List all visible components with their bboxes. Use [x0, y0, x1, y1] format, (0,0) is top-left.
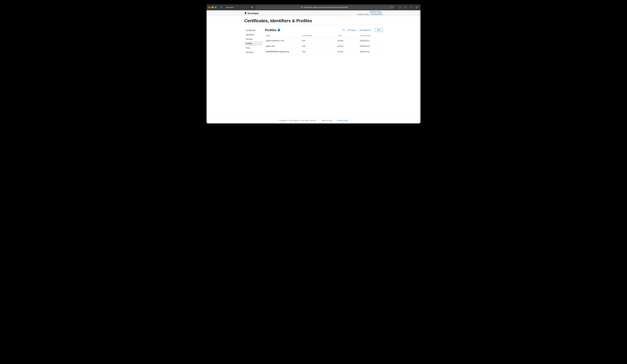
address-bar[interactable]: developer.apple.com/account/resources/pr… — [255, 5, 394, 9]
footer: Copyright © 2023 Apple Inc. All rights r… — [207, 117, 420, 123]
col-header-platform[interactable]: PLATFORM — [302, 34, 337, 38]
filter-platforms[interactable]: All Platforms⌄ — [359, 29, 372, 31]
account-switcher[interactable]: Andrew Hoog⌄ Andrew Hoog - XW66E6M5N4 — [357, 11, 383, 16]
account-name-link[interactable]: Andrew Hoog — [370, 11, 381, 13]
chevron-down-icon: ⌄ — [371, 29, 372, 31]
col-header-name[interactable]: NAME⌄ — [265, 34, 302, 38]
tab-overview-icon[interactable] — [415, 6, 418, 9]
sidebar-toggle-icon[interactable] — [219, 6, 223, 9]
address-area: developer.apple.com/account/resources/pr… — [250, 5, 394, 9]
page: Developer Andrew Hoog⌄ Andrew Hoog - XW6… — [207, 10, 420, 123]
close-window-button[interactable] — [209, 6, 210, 8]
forward-button[interactable] — [243, 6, 247, 9]
toolbar-right — [398, 6, 418, 9]
vertical-scrollbar[interactable] — [419, 10, 420, 123]
apple-logo-icon — [244, 12, 247, 15]
sidebar: CertificatesIdentifiersDevicesProfilesKe… — [244, 28, 263, 54]
svg-rect-0 — [220, 6, 222, 8]
privacy-shield-icon[interactable] — [250, 6, 254, 9]
chevron-down-icon: ⌄ — [381, 11, 383, 13]
svg-line-10 — [344, 30, 345, 31]
copyright-text: Copyright © 2023 Apple Inc. All rights r… — [279, 119, 317, 121]
sidebar-item-identifiers[interactable]: Identifiers — [244, 33, 263, 37]
minimize-window-button[interactable] — [211, 6, 213, 8]
add-profile-button[interactable]: + — [278, 29, 280, 31]
col-header-expiration[interactable]: EXPIRATION — [359, 34, 383, 38]
filter-types[interactable]: All Types⌄ — [347, 29, 357, 31]
brand-label: Developer — [248, 12, 259, 15]
table-row[interactable]: XW66E6M5N4-wildcard-ppiOSAd hoc2024/01/1… — [265, 49, 383, 54]
table-row[interactable]: Joplin Extension vAHiOSAd hoc2024/01/12 — [265, 38, 383, 44]
sidebar-item-devices[interactable]: Devices — [244, 37, 263, 41]
chevron-down-icon: ⌄ — [234, 6, 236, 9]
tab-title-label: new post — [226, 6, 233, 8]
content: Certificates, Identifiers & Profiles Cer… — [244, 16, 383, 117]
back-button[interactable] — [239, 6, 243, 9]
reload-button[interactable] — [390, 6, 392, 9]
new-tab-icon[interactable] — [410, 6, 413, 9]
svg-rect-8 — [416, 7, 418, 8]
table-row[interactable]: Joplin vAHiOSAd hoc2024/01/12 — [265, 44, 383, 49]
team-id-label: Andrew Hoog - XW66E6M5N4 — [357, 13, 383, 16]
edit-button[interactable]: Edit — [375, 28, 383, 32]
browser-titlebar: new post ⌄ developer.apple.com/account/r… — [207, 4, 420, 10]
svg-point-9 — [343, 29, 344, 30]
subheader: Profiles + All Types⌄ All Platforms⌄ — [265, 28, 383, 32]
global-header: Developer Andrew Hoog⌄ Andrew Hoog - XW6… — [207, 10, 420, 16]
sidebar-item-keys[interactable]: Keys — [244, 46, 263, 50]
terms-link[interactable]: Terms of Use — [321, 119, 332, 121]
sidebar-item-certificates[interactable]: Certificates — [244, 28, 263, 33]
sidebar-item-profiles[interactable]: Profiles — [244, 41, 263, 46]
chevron-down-icon: ⌄ — [271, 35, 272, 37]
page-title: Certificates, Identifiers & Profiles — [244, 18, 383, 25]
section-title: Profiles — [265, 28, 276, 32]
sidebar-item-services[interactable]: Services — [244, 50, 263, 54]
chevron-down-icon: ⌄ — [356, 29, 357, 31]
nav-arrows — [239, 6, 247, 9]
share-icon[interactable] — [404, 6, 407, 9]
active-tab[interactable]: new post ⌄ — [225, 6, 237, 9]
profiles-table: NAME⌄ PLATFORM TYPE EXPIRATION Joplin Ex… — [265, 34, 383, 54]
url-text: developer.apple.com/account/resources/pr… — [304, 6, 348, 8]
zoom-window-button[interactable] — [215, 6, 216, 8]
apple-developer-brand[interactable]: Developer — [244, 12, 259, 15]
privacy-link[interactable]: Privacy Policy — [337, 119, 348, 121]
lock-icon — [301, 6, 303, 8]
safari-window: new post ⌄ developer.apple.com/account/r… — [207, 4, 420, 123]
downloads-icon[interactable] — [398, 6, 402, 9]
window-controls — [209, 6, 216, 8]
svg-rect-7 — [416, 6, 417, 8]
search-icon[interactable] — [342, 29, 345, 32]
main-panel: Profiles + All Types⌄ All Platforms⌄ — [265, 28, 383, 54]
col-header-type[interactable]: TYPE — [337, 34, 359, 38]
